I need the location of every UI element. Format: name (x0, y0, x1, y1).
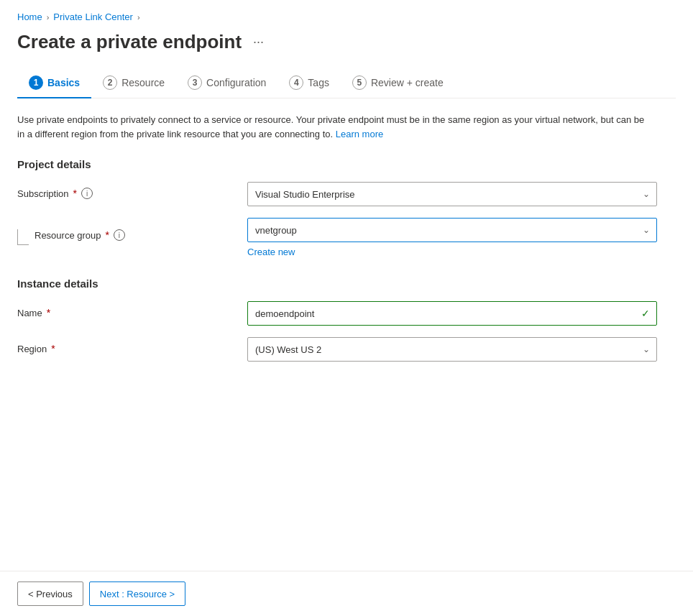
rg-connector-line (17, 229, 29, 245)
subscription-info-icon[interactable]: i (81, 188, 93, 199)
subscription-select[interactable]: Visual Studio Enterprise (247, 182, 657, 206)
subscription-row: Subscription * i Visual Studio Enterpris… (17, 182, 664, 206)
breadcrumb-private-link[interactable]: Private Link Center (53, 12, 133, 22)
instance-details-section: Instance details Name * ✓ Region * (17, 277, 676, 362)
name-control: ✓ (247, 301, 657, 326)
name-check-icon: ✓ (641, 308, 650, 319)
tab-configuration[interactable]: 3 Configuration (176, 68, 277, 98)
ellipsis-button[interactable]: ··· (249, 33, 268, 51)
project-details-title: Project details (17, 158, 676, 170)
subscription-select-wrapper: Visual Studio Enterprise ⌄ (247, 182, 657, 206)
region-label-col: Region * (17, 337, 247, 354)
breadcrumb-sep-1: › (47, 13, 50, 22)
tab-basics-number: 1 (29, 75, 43, 90)
tab-review-create-label: Review + create (371, 77, 444, 88)
tab-basics[interactable]: 1 Basics (17, 68, 91, 98)
info-banner-text: Use private endpoints to privately conne… (17, 114, 644, 139)
page-title: Create a private endpoint (17, 31, 242, 53)
tab-configuration-number: 3 (188, 75, 202, 90)
tab-resource-label: Resource (121, 77, 165, 88)
tab-tags[interactable]: 4 Tags (277, 68, 341, 98)
region-control: (US) West US 2 ⌄ (247, 337, 657, 362)
name-input-wrapper: ✓ (247, 301, 657, 326)
name-row: Name * ✓ (17, 301, 664, 326)
subscription-label: Subscription (17, 188, 69, 199)
tab-review-create[interactable]: 5 Review + create (341, 68, 455, 98)
rg-info-icon[interactable]: i (114, 229, 125, 241)
rg-select[interactable]: vnetgroup (247, 218, 657, 242)
info-banner: Use private endpoints to privately conne… (17, 113, 650, 141)
rg-control: vnetgroup ⌄ Create new (247, 218, 657, 257)
project-details-section: Project details Subscription * i Visual … (17, 158, 676, 257)
tab-resource[interactable]: 2 Resource (91, 68, 176, 98)
region-required: * (51, 343, 55, 354)
subscription-required: * (73, 188, 77, 199)
learn-more-link[interactable]: Learn more (336, 129, 383, 139)
name-label-col: Name * (17, 301, 247, 318)
tab-tags-number: 4 (289, 75, 303, 90)
instance-details-title: Instance details (17, 277, 676, 290)
subscription-control: Visual Studio Enterprise ⌄ (247, 182, 657, 206)
region-select[interactable]: (US) West US 2 (247, 337, 657, 362)
tabs-container: 1 Basics 2 Resource 3 Configuration 4 Ta… (17, 68, 676, 98)
next-button[interactable]: Next : Resource > (89, 581, 185, 606)
resource-group-row: Resource group * i vnetgroup ⌄ Create ne… (17, 218, 664, 257)
name-required: * (47, 307, 50, 318)
page-header: Create a private endpoint ··· (17, 31, 676, 53)
name-input[interactable] (247, 301, 657, 326)
breadcrumb-home[interactable]: Home (17, 12, 42, 22)
region-label: Region (17, 344, 47, 354)
name-label: Name (17, 308, 42, 318)
footer: < Previous Next : Resource > (0, 571, 693, 616)
rg-required: * (106, 229, 109, 241)
tab-resource-number: 2 (103, 75, 117, 90)
tab-review-create-number: 5 (352, 75, 367, 90)
rg-label: Resource group (35, 230, 101, 241)
tab-basics-label: Basics (47, 77, 80, 88)
rg-select-wrapper: vnetgroup ⌄ (247, 218, 657, 242)
tab-configuration-label: Configuration (206, 77, 266, 88)
tab-tags-label: Tags (308, 77, 329, 88)
region-row: Region * (US) West US 2 ⌄ (17, 337, 664, 362)
previous-button[interactable]: < Previous (17, 581, 83, 606)
breadcrumb: Home › Private Link Center › (17, 12, 676, 22)
create-new-link[interactable]: Create new (247, 247, 295, 257)
breadcrumb-sep-2: › (137, 13, 140, 22)
rg-label-col: Resource group * i (17, 218, 247, 245)
subscription-label-col: Subscription * i (17, 182, 247, 199)
region-select-wrapper: (US) West US 2 ⌄ (247, 337, 657, 362)
